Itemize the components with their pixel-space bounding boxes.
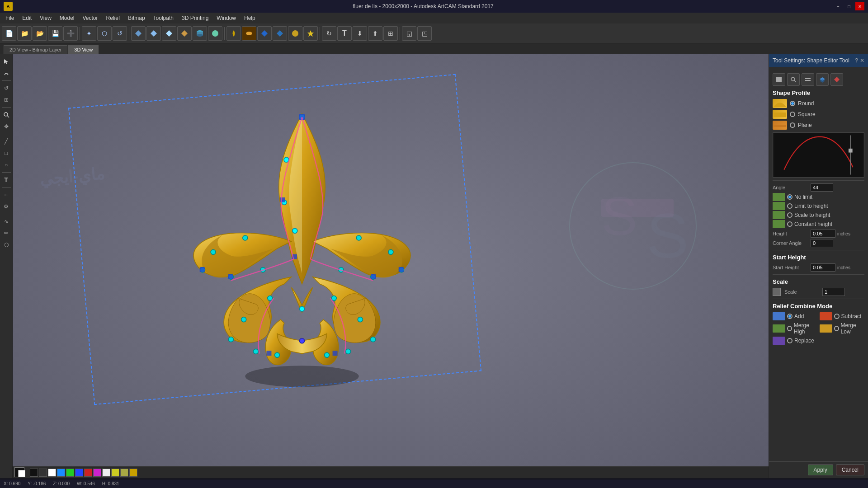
fg-bg-color-selector[interactable] bbox=[14, 467, 29, 478]
combine-replace-radio[interactable] bbox=[787, 338, 793, 343]
no-limit-row[interactable]: No limit bbox=[773, 193, 864, 201]
scale-input[interactable] bbox=[822, 288, 845, 296]
panel-icon-stack[interactable] bbox=[816, 73, 829, 86]
const-height-row[interactable]: Constant height bbox=[773, 220, 864, 228]
open-button[interactable]: 📁 bbox=[17, 26, 32, 41]
swatch-white[interactable] bbox=[48, 469, 56, 477]
scale-checkbox[interactable] bbox=[773, 288, 781, 296]
apply-button[interactable]: Apply bbox=[808, 465, 833, 475]
swatch-red[interactable] bbox=[84, 469, 92, 477]
tool-blue-arrow[interactable] bbox=[273, 26, 287, 41]
tool-blue-diamond[interactable] bbox=[257, 26, 272, 41]
swatch-dark-blue[interactable] bbox=[75, 469, 83, 477]
combine-merge-high[interactable]: Merge High bbox=[773, 322, 818, 335]
close-button[interactable]: ✕ bbox=[855, 2, 864, 10]
tool-export[interactable]: ⬆ bbox=[368, 26, 382, 41]
corner-angle-input[interactable] bbox=[811, 239, 833, 247]
open-recent-button[interactable]: 📂 bbox=[33, 26, 47, 41]
swatch-black[interactable] bbox=[30, 469, 38, 477]
tool-extra-1[interactable]: ◱ bbox=[402, 26, 416, 41]
profile-round-radio[interactable] bbox=[790, 101, 795, 106]
swatch-purple[interactable] bbox=[93, 469, 101, 477]
tool-highlight[interactable] bbox=[242, 26, 256, 41]
tool-rotate[interactable]: ↻ bbox=[322, 26, 336, 41]
swatch-blue[interactable] bbox=[57, 469, 65, 477]
menu-3d-printing[interactable]: 3D Printing bbox=[178, 14, 212, 22]
menu-vector[interactable]: Vector bbox=[79, 14, 102, 22]
maximize-button[interactable]: □ bbox=[844, 2, 854, 10]
start-height-input[interactable] bbox=[811, 263, 835, 272]
angle-input[interactable] bbox=[811, 183, 833, 192]
shape-diamond-2[interactable] bbox=[146, 26, 161, 41]
combine-subtract-radio[interactable] bbox=[834, 314, 840, 319]
height-input[interactable] bbox=[811, 230, 835, 238]
combine-merge-low-radio[interactable] bbox=[834, 326, 839, 331]
tool-import[interactable]: ⬇ bbox=[353, 26, 367, 41]
limit-height-radio[interactable] bbox=[787, 203, 793, 209]
panel-icon-zoom[interactable] bbox=[787, 73, 800, 86]
swatch-olive[interactable] bbox=[120, 469, 128, 477]
canvas-area[interactable]: ماي-ايجي S bbox=[13, 54, 769, 478]
tab-2d-bitmap[interactable]: 2D View - Bitmap Layer bbox=[4, 45, 67, 54]
lt-rotate-tool[interactable]: ↺ bbox=[1, 83, 12, 94]
lt-select-tool[interactable] bbox=[1, 56, 12, 67]
lt-text-tool[interactable]: T bbox=[1, 174, 12, 185]
profile-round-row[interactable]: Round bbox=[773, 99, 864, 108]
combine-subtract[interactable]: Subtract bbox=[820, 312, 865, 320]
combine-merge-high-radio[interactable] bbox=[787, 326, 792, 331]
combine-replace[interactable]: Replace bbox=[773, 337, 818, 345]
tool-drop[interactable] bbox=[226, 26, 241, 41]
menu-bitmap[interactable]: Bitmap bbox=[124, 14, 148, 22]
lt-dimension-tool[interactable]: ↔ bbox=[1, 189, 12, 200]
const-height-radio[interactable] bbox=[787, 221, 793, 227]
lt-pan-tool[interactable]: ✥ bbox=[1, 121, 12, 132]
vector-tool-1[interactable]: ✦ bbox=[82, 26, 96, 41]
swatch-light-gray[interactable] bbox=[102, 469, 110, 477]
combine-add-radio[interactable] bbox=[787, 314, 793, 319]
shape-diamond-1[interactable] bbox=[131, 26, 146, 41]
shape-sphere[interactable] bbox=[208, 26, 222, 41]
tab-3d-view[interactable]: 3D View bbox=[68, 45, 99, 54]
minimize-button[interactable]: − bbox=[834, 2, 843, 10]
menu-file[interactable]: File bbox=[2, 14, 18, 22]
menu-toolpath[interactable]: Toolpath bbox=[150, 14, 177, 22]
menu-relief[interactable]: Relief bbox=[103, 14, 124, 22]
menu-model[interactable]: Model bbox=[56, 14, 78, 22]
lt-freehand-tool[interactable]: ✏ bbox=[1, 228, 12, 239]
background-color[interactable] bbox=[18, 470, 25, 477]
scale-height-radio[interactable] bbox=[787, 212, 793, 218]
tool-extra-2[interactable]: ◳ bbox=[417, 26, 432, 41]
shape-diamond-4[interactable] bbox=[177, 26, 192, 41]
menu-edit[interactable]: Edit bbox=[19, 14, 35, 22]
shape-diamond-3[interactable] bbox=[162, 26, 176, 41]
panel-icon-relief[interactable] bbox=[830, 73, 843, 86]
swatch-yellow[interactable] bbox=[111, 469, 119, 477]
lt-polygon-tool[interactable]: ⬡ bbox=[1, 239, 12, 250]
swatch-green[interactable] bbox=[66, 469, 74, 477]
profile-plane-row[interactable]: Plane bbox=[773, 121, 864, 130]
vector-tool-3[interactable]: ↺ bbox=[113, 26, 127, 41]
panel-icon-layers[interactable] bbox=[802, 73, 814, 86]
panel-help-icon[interactable]: ? bbox=[855, 57, 858, 64]
lt-zoom-tool[interactable] bbox=[1, 109, 12, 120]
shape-cylinder[interactable] bbox=[193, 26, 207, 41]
menu-view[interactable]: View bbox=[36, 14, 55, 22]
menu-window[interactable]: Window bbox=[213, 14, 240, 22]
lt-line-tool[interactable]: ╱ bbox=[1, 136, 12, 147]
swatch-dark-gray[interactable] bbox=[39, 469, 47, 477]
combine-add[interactable]: Add bbox=[773, 312, 818, 320]
new-button[interactable]: 📄 bbox=[2, 26, 16, 41]
lt-transform-tool[interactable]: ⊞ bbox=[1, 94, 12, 105]
scale-height-row[interactable]: Scale to height bbox=[773, 211, 864, 219]
no-limit-radio[interactable] bbox=[787, 194, 793, 200]
profile-square-radio[interactable] bbox=[790, 112, 795, 117]
tool-sphere-gold[interactable] bbox=[288, 26, 302, 41]
lt-node-tool[interactable] bbox=[1, 68, 12, 79]
profile-plane-radio[interactable] bbox=[790, 122, 795, 128]
menu-help[interactable]: Help bbox=[241, 14, 259, 22]
add-button[interactable]: ➕ bbox=[63, 26, 78, 41]
tool-text[interactable]: T bbox=[337, 26, 352, 41]
lt-spanner-tool[interactable]: ⚙ bbox=[1, 201, 12, 212]
profile-square-row[interactable]: Square bbox=[773, 110, 864, 119]
lt-rect-tool[interactable]: □ bbox=[1, 148, 12, 159]
